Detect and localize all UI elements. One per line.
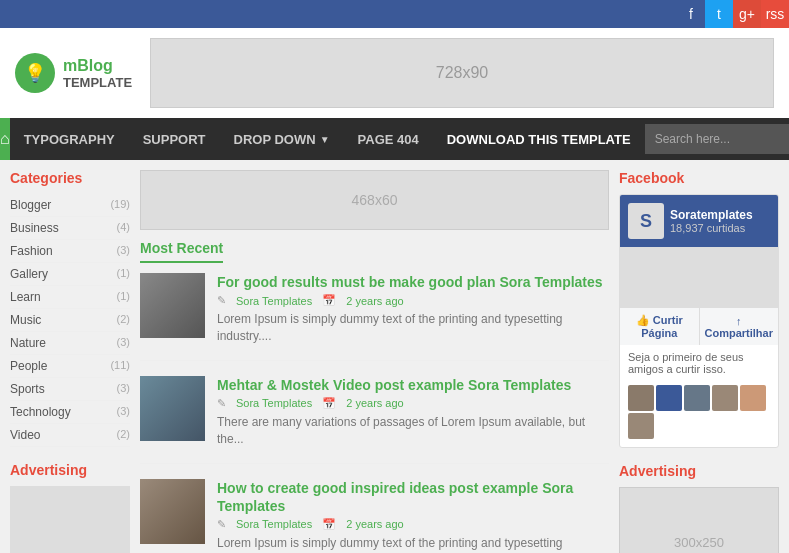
sidebar-item-people[interactable]: People (11) [10, 355, 130, 378]
googleplus-icon[interactable]: g+ [733, 0, 761, 28]
sidebar-item-learn[interactable]: Learn (1) [10, 286, 130, 309]
fb-page-name: Soratemplates [670, 208, 753, 222]
post-date[interactable]: 2 years ago [346, 397, 403, 409]
dropdown-arrow-icon: ▼ [320, 134, 330, 145]
sidebar-item-gallery[interactable]: Gallery (1) [10, 263, 130, 286]
sidebar-item-nature[interactable]: Nature (3) [10, 332, 130, 355]
twitter-icon[interactable]: t [705, 0, 733, 28]
post-excerpt: There are many variations of passages of… [217, 414, 609, 448]
author-icon: ✎ [217, 397, 226, 410]
fb-avatar [684, 385, 710, 411]
post-date[interactable]: 2 years ago [346, 295, 403, 307]
advertising-section-title: Advertising [619, 463, 779, 479]
fb-friends-text: Seja o primeiro de seus amigos a curtir … [620, 345, 778, 381]
post-meta: ✎ Sora Templates 📅 2 years ago [217, 397, 609, 410]
header: 💡 mBlog TEMPLATE 728x90 [0, 28, 789, 118]
fb-logo: S [628, 203, 664, 239]
advertising-label: Advertising [10, 462, 130, 478]
post-content: How to create good inspired ideas post e… [217, 479, 609, 553]
calendar-icon: 📅 [322, 518, 336, 531]
facebook-section-title: Facebook [619, 170, 779, 186]
sidebar-item-technology[interactable]: Technology (3) [10, 401, 130, 424]
logo[interactable]: 💡 mBlog TEMPLATE [15, 53, 135, 93]
post-title[interactable]: How to create good inspired ideas post e… [217, 479, 609, 515]
fb-avatar [740, 385, 766, 411]
author-icon: ✎ [217, 294, 226, 307]
nav-item-typography[interactable]: TYPOGRAPHY [10, 118, 129, 160]
logo-text: mBlog TEMPLATE [63, 56, 132, 91]
header-ad-banner: 728x90 [150, 38, 774, 108]
post-thumbnail [140, 273, 205, 338]
post-author[interactable]: Sora Templates [236, 397, 312, 409]
sidebar-item-business[interactable]: Business (4) [10, 217, 130, 240]
navigation: ⌂ TYPOGRAPHY SUPPORT DROP DOWN ▼ PAGE 40… [0, 118, 789, 160]
calendar-icon: 📅 [322, 294, 336, 307]
search-input[interactable] [645, 124, 789, 154]
fb-page-info: Soratemplates 18,937 curtidas [670, 208, 753, 234]
sidebar-ad-box [10, 486, 130, 553]
post-excerpt: Lorem Ipsum is simply dummy text of the … [217, 311, 609, 345]
top-social-bar: f t g+ rss [0, 0, 789, 28]
post-thumbnail [140, 479, 205, 544]
fb-curtir-button[interactable]: 👍 Curtir Página [620, 308, 700, 345]
fb-avatar [712, 385, 738, 411]
fb-widget-header: S Soratemplates 18,937 curtidas [620, 195, 778, 247]
main-layout: Categories Blogger (19) Business (4) Fas… [0, 160, 789, 553]
calendar-icon: 📅 [322, 397, 336, 410]
rss-icon[interactable]: rss [761, 0, 789, 28]
left-sidebar: Categories Blogger (19) Business (4) Fas… [10, 170, 130, 553]
sidebar-item-blogger[interactable]: Blogger (19) [10, 194, 130, 217]
facebook-widget: S Soratemplates 18,937 curtidas 👍 Curtir… [619, 194, 779, 448]
sidebar-advertising: Advertising [10, 462, 130, 553]
fb-compartilhar-button[interactable]: ↑ Compartilhar [700, 308, 779, 345]
post-title[interactable]: For good results must be make good plan … [217, 273, 609, 291]
post-author[interactable]: Sora Templates [236, 518, 312, 530]
post-date[interactable]: 2 years ago [346, 518, 403, 530]
post-thumbnail [140, 376, 205, 441]
sidebar-item-fashion[interactable]: Fashion (3) [10, 240, 130, 263]
post-meta: ✎ Sora Templates 📅 2 years ago [217, 294, 609, 307]
main-content: 468x60 Most Recent For good results must… [140, 170, 609, 553]
post-author[interactable]: Sora Templates [236, 295, 312, 307]
sidebar-item-video[interactable]: Video (2) [10, 424, 130, 447]
facebook-icon[interactable]: f [677, 0, 705, 28]
nav-item-dropdown[interactable]: DROP DOWN ▼ [220, 118, 344, 160]
post-meta: ✎ Sora Templates 📅 2 years ago [217, 518, 609, 531]
fb-avatar [628, 385, 654, 411]
logo-template: TEMPLATE [63, 75, 132, 91]
post-item: Mehtar & Mostek Video post example Sora … [140, 376, 609, 464]
nav-item-download[interactable]: DOWNLOAD THIS TEMPLATE [433, 118, 645, 160]
fb-likes-count: 18,937 curtidas [670, 222, 753, 234]
fb-avatar [628, 413, 654, 439]
home-button[interactable]: ⌂ [0, 118, 10, 160]
search-area: 🔍 [645, 124, 789, 154]
nav-item-page404[interactable]: PAGE 404 [344, 118, 433, 160]
post-item: How to create good inspired ideas post e… [140, 479, 609, 553]
post-content: For good results must be make good plan … [217, 273, 609, 345]
ad-300x250-banner: 300x250 [619, 487, 779, 553]
sidebar-item-music[interactable]: Music (2) [10, 309, 130, 332]
logo-icon: 💡 [15, 53, 55, 93]
post-content: Mehtar & Mostek Video post example Sora … [217, 376, 609, 448]
logo-mblog: mBlog [63, 56, 132, 75]
categories-title: Categories [10, 170, 130, 186]
right-sidebar: Facebook S Soratemplates 18,937 curtidas… [619, 170, 779, 553]
fb-avatars [620, 381, 778, 447]
author-icon: ✎ [217, 518, 226, 531]
post-title[interactable]: Mehtar & Mostek Video post example Sora … [217, 376, 609, 394]
fb-avatar [656, 385, 682, 411]
fb-widget-actions: 👍 Curtir Página ↑ Compartilhar [620, 307, 778, 345]
content-ad-banner: 468x60 [140, 170, 609, 230]
sidebar-item-sports[interactable]: Sports (3) [10, 378, 130, 401]
post-item: For good results must be make good plan … [140, 273, 609, 361]
fb-widget-image [620, 247, 778, 307]
post-excerpt: Lorem Ipsum is simply dummy text of the … [217, 535, 609, 553]
most-recent-label: Most Recent [140, 240, 223, 263]
nav-item-support[interactable]: SUPPORT [129, 118, 220, 160]
